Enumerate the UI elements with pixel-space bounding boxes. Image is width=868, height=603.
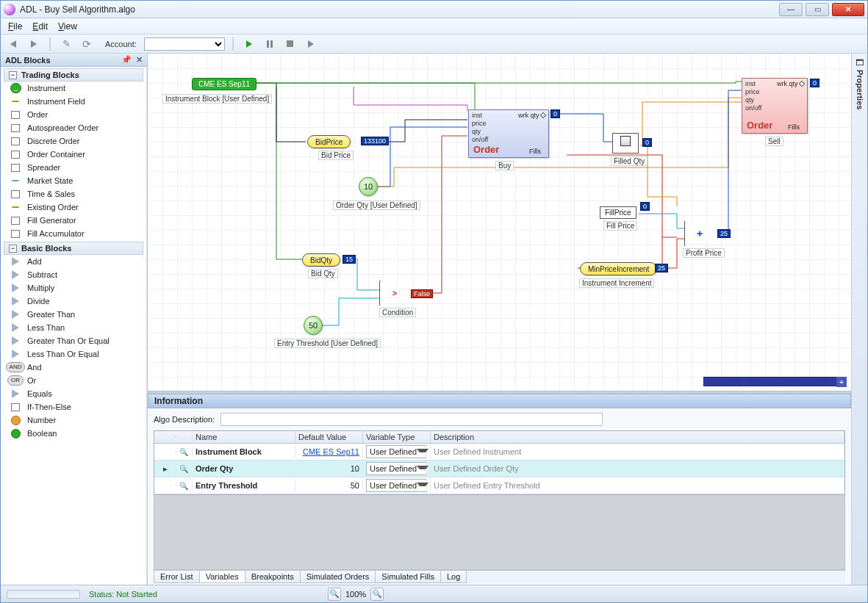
pin-icon[interactable]: 📌 xyxy=(121,55,132,65)
sidebar-item-time-sales[interactable]: Time & Sales xyxy=(1,187,146,201)
sidebar-item-market-state[interactable]: Market State xyxy=(1,174,146,187)
tab-breakpoints[interactable]: Breakpoints xyxy=(245,571,301,583)
node-order-sell[interactable]: inst price qty on/off wrk qty Order Fill… xyxy=(742,78,808,134)
run-button[interactable] xyxy=(241,37,257,51)
minimize-button[interactable]: — xyxy=(779,3,803,16)
binoculars-icon[interactable] xyxy=(176,446,193,458)
menu-file[interactable]: File xyxy=(8,21,22,32)
col-vtype[interactable]: Variable Type xyxy=(363,431,431,443)
tab-simulated-orders[interactable]: Simulated Orders xyxy=(300,571,376,583)
sidebar-item-discrete-order[interactable]: Discrete Order xyxy=(1,134,146,148)
sidebar-item-instrument-field[interactable]: Instrument Field xyxy=(1,95,146,108)
table-row[interactable]: Entry Threshold 50 User Defined User Def… xyxy=(154,477,844,494)
pause-button[interactable] xyxy=(262,37,278,51)
maximize-button[interactable]: ▭ xyxy=(806,3,829,16)
badge-fill-price: 0 xyxy=(640,202,650,211)
sidebar-item-multiply[interactable]: Multiply xyxy=(1,281,146,295)
refresh-button[interactable] xyxy=(79,37,95,51)
tab-variables[interactable]: Variables xyxy=(199,571,245,583)
sidebar-item-number[interactable]: Number xyxy=(1,414,146,427)
zoom-in-button[interactable]: 🔍 xyxy=(370,588,384,601)
node-fill-price[interactable]: FillPrice xyxy=(600,206,636,219)
close-panel-icon[interactable]: ✕ xyxy=(136,55,143,65)
minimap-expand-icon[interactable]: + xyxy=(836,377,847,387)
vtype-select[interactable]: User Defined xyxy=(366,479,427,492)
caption-min-price-inc: Instrument Increment xyxy=(579,278,654,288)
account-label: Account: xyxy=(105,40,137,48)
table-row[interactable]: Instrument Block CME ES Sep11 User Defin… xyxy=(154,444,844,461)
zoom-out-button[interactable]: 🔍 xyxy=(328,588,341,601)
binoculars-icon[interactable] xyxy=(176,480,193,491)
close-button[interactable]: ✕ xyxy=(832,3,864,16)
sidebar-item-and[interactable]: ANDAnd xyxy=(1,361,146,374)
info-body: Algo Description: Name Default Value Var… xyxy=(148,408,851,585)
profit-symbol: + xyxy=(697,228,703,239)
node-bidprice[interactable]: BidPrice xyxy=(307,135,351,148)
sidebar-item-divide[interactable]: Divide xyxy=(1,295,146,308)
sidebar-item-fill-accumulator[interactable]: Fill Accumulator xyxy=(1,227,146,240)
variables-table[interactable]: Name Default Value Variable Type Descrip… xyxy=(154,430,845,495)
node-filled-qty[interactable] xyxy=(612,133,639,154)
sidebar-item-ite[interactable]: If-Then-Else xyxy=(1,400,146,414)
properties-label: Properties xyxy=(856,70,864,109)
account-select[interactable] xyxy=(144,37,225,51)
step-button[interactable] xyxy=(303,37,319,51)
properties-rail[interactable]: 🗔 Properties xyxy=(851,54,867,585)
badge-filled-qty: 0 xyxy=(642,138,652,147)
sidebar-item-boolean[interactable]: Boolean xyxy=(1,427,146,440)
progress-bar xyxy=(7,590,80,599)
tab-error-list[interactable]: Error List xyxy=(154,571,200,583)
sidebar-item-subtract[interactable]: Subtract xyxy=(1,268,146,281)
sidebar-item-spreader[interactable]: Spreader xyxy=(1,161,146,174)
node-order-buy[interactable]: inst price qty on/off wrk qty Order Fill… xyxy=(468,109,549,158)
edit-button[interactable] xyxy=(58,37,74,51)
sidebar-item-existing-order[interactable]: Existing Order xyxy=(1,201,146,214)
col-default[interactable]: Default Value xyxy=(295,431,363,443)
order-buy-wrk-label: wrk qty xyxy=(518,112,539,119)
algo-desc-input[interactable] xyxy=(220,413,603,426)
node-condition[interactable]: > xyxy=(379,281,410,306)
binoculars-icon[interactable] xyxy=(176,463,193,474)
sidebar-item-lte[interactable]: Less Than Or Equal xyxy=(1,347,146,361)
tab-simulated-fills[interactable]: Simulated Fills xyxy=(375,571,441,583)
node-profit-price[interactable]: + xyxy=(684,221,715,246)
vtype-select[interactable]: User Defined xyxy=(366,445,427,458)
node-bidqty[interactable]: BidQty xyxy=(302,253,340,267)
caption-bidprice: Bid Price xyxy=(318,151,354,160)
canvas[interactable]: CME ES Sep11 Instrument Block [User Defi… xyxy=(148,54,851,391)
nav-back-button[interactable] xyxy=(5,37,21,51)
sidebar-item-order-container[interactable]: Order Container xyxy=(1,148,146,161)
sidebar-item-add[interactable]: Add xyxy=(1,255,146,268)
caption-order-qty: Order Qty [User Defined] xyxy=(333,201,420,210)
sidebar-item-lt[interactable]: Less Than xyxy=(1,321,146,334)
order-sell-title: Order xyxy=(747,120,772,131)
sidebar-item-gt[interactable]: Greater Than xyxy=(1,308,146,321)
sidebar-item-gte[interactable]: Greater Than Or Equal xyxy=(1,334,146,347)
sidebar-item-order[interactable]: Order xyxy=(1,108,146,121)
canvas-minimap[interactable]: + xyxy=(703,377,847,386)
badge-order-buy-wrk: 0 xyxy=(550,109,560,118)
sidebar-item-or[interactable]: OROr xyxy=(1,374,146,387)
sidebar-item-equals[interactable]: Equals xyxy=(1,387,146,400)
sidebar-item-instrument[interactable]: ⎯Instrument xyxy=(1,82,146,95)
group-basic[interactable]: −Basic Blocks xyxy=(4,242,143,255)
node-order-qty[interactable]: 10 xyxy=(359,177,378,196)
node-min-price-inc[interactable]: MinPriceIncrement xyxy=(580,262,657,275)
order-sell-wrk-label: wrk qty xyxy=(777,80,798,87)
group-trading[interactable]: −Trading Blocks xyxy=(4,68,143,82)
menu-view[interactable]: View xyxy=(58,21,77,32)
toolbar: Account: xyxy=(1,35,867,54)
stop-button[interactable] xyxy=(282,37,298,51)
node-instrument[interactable]: CME ES Sep11 xyxy=(192,78,257,90)
sidebar-body[interactable]: −Trading Blocks ⎯Instrument Instrument F… xyxy=(1,67,147,585)
tab-log[interactable]: Log xyxy=(440,571,467,583)
sidebar-item-autospreader[interactable]: Autospreader Order xyxy=(1,121,146,134)
nav-forward-button[interactable] xyxy=(26,37,42,51)
sidebar-item-fill-generator[interactable]: Fill Generator xyxy=(1,214,146,227)
node-entry-threshold[interactable]: 50 xyxy=(304,316,323,335)
table-row[interactable]: ▸ Order Qty 10 User Defined User Defined… xyxy=(154,461,844,477)
vtype-select[interactable]: User Defined xyxy=(366,462,427,475)
menu-edit[interactable]: Edit xyxy=(32,21,48,32)
col-name[interactable]: Name xyxy=(193,431,295,443)
col-desc[interactable]: Description xyxy=(431,431,844,443)
